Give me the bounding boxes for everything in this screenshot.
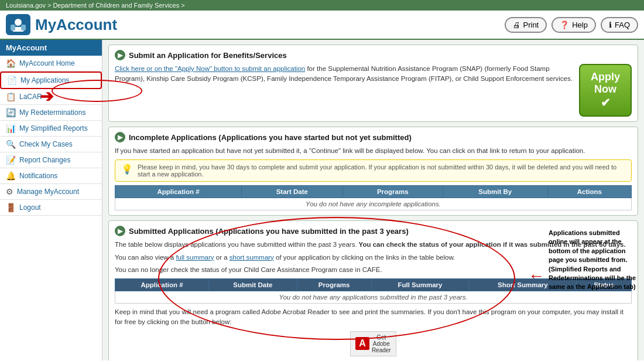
svg-rect-3 [11, 25, 15, 30]
sidebar-item-simplified-reports[interactable]: 📊 My Simplified Reports [0, 121, 102, 137]
sidebar-item-notifications-label: Notifications [19, 172, 57, 180]
apply-checkmark-icon: ✔ [590, 96, 621, 110]
sidebar-item-simplified-reports-label: My Simplified Reports [19, 124, 88, 132]
warning-icon: 💡 [121, 164, 133, 175]
logo-text: MyAccount [35, 16, 117, 34]
warning-text: Please keep in mind, you have 30 days to… [138, 164, 625, 178]
faq-icon: ℹ [609, 21, 612, 29]
col-submit-date: Submit Date [208, 279, 297, 291]
submit-section-icon: ▶ [115, 50, 125, 60]
col-full-summary: Full Summary [371, 279, 469, 291]
col-app-num: Application # [115, 279, 209, 291]
breadcrumb: Louisiana.gov > Department of Children a… [0, 0, 644, 11]
submitted-section-icon: ▶ [115, 226, 125, 236]
logo-icon [6, 14, 30, 35]
col-app-num: Application # [115, 186, 242, 198]
header: MyAccount 🖨 Print ❓ Help ℹ FAQ [0, 11, 644, 40]
incomplete-applications-table: Application # Start Date Programs Submit… [115, 185, 632, 210]
submit-section-header: ▶ Submit an Application for Benefits/Ser… [115, 50, 632, 60]
col-actions: Actions [547, 186, 631, 198]
svg-rect-4 [21, 25, 26, 30]
sidebar-item-check-my-cases[interactable]: 🔍 Check My Cases [0, 137, 102, 152]
sidebar-item-manage-myaccount[interactable]: ⚙ Manage MyAccount [0, 184, 102, 200]
home-icon: 🏠 [6, 59, 16, 68]
content-area: ▶ Submit an Application for Benefits/Ser… [102, 40, 644, 360]
sidebar-item-redeterminations[interactable]: 🔄 My Redeterminations [0, 105, 102, 121]
adobe-red-icon: A [355, 337, 369, 350]
sidebar-item-report-changes-label: Report Changes [19, 156, 70, 164]
main-layout: MyAccount 🏠 MyAccount Home 📄 My Applicat… [0, 40, 644, 360]
lacar-icon: 📋 [6, 92, 16, 101]
submit-section-body: Click here or on the "Apply Now" button … [115, 64, 573, 84]
empty-message: You do not have any incomplete applicati… [115, 198, 632, 210]
manage-icon: ⚙ [6, 187, 13, 196]
help-button[interactable]: ❓ Help [551, 17, 596, 33]
notifications-icon: 🔔 [6, 171, 16, 181]
submit-application-section: ▶ Submit an Application for Benefits/Ser… [108, 45, 638, 122]
sidebar-item-logout[interactable]: 🚪 Logout [0, 200, 102, 216]
col-submit-by: Submit By [443, 186, 547, 198]
redeterminations-icon: 🔄 [6, 108, 16, 117]
header-buttons: 🖨 Print ❓ Help ℹ FAQ [505, 17, 639, 33]
right-arrow-icon: ← [528, 267, 544, 285]
sidebar-item-manage-label: Manage MyAccount [17, 188, 79, 196]
sidebar-arrow: ➔ [40, 87, 53, 106]
sidebar-item-myaccount-home-label: MyAccount Home [19, 59, 75, 67]
sidebar-item-redeterminations-label: My Redeterminations [19, 108, 85, 117]
incomplete-section-description: If you have started an application but h… [115, 146, 632, 156]
check-cases-icon: 🔍 [6, 140, 16, 149]
report-changes-icon: 📝 [6, 155, 16, 165]
incomplete-section-icon: ▶ [115, 132, 125, 142]
adobe-label: GetAdobeReader [372, 334, 391, 353]
submitted-section-title: Submitted Applications (Applications you… [129, 227, 409, 236]
sidebar-title: MyAccount [0, 40, 102, 56]
submitted-footer: Keep in mind that you will need a progra… [115, 307, 632, 328]
warning-box: 💡 Please keep in mind, you have 30 days … [115, 159, 632, 182]
sidebar-item-report-changes[interactable]: 📝 Report Changes [0, 152, 102, 168]
col-programs: Programs [342, 186, 443, 198]
sidebar-item-lacar-label: LaCAR [19, 93, 42, 101]
print-button[interactable]: 🖨 Print [505, 17, 547, 33]
applications-icon: 📄 [7, 76, 17, 85]
sidebar-item-my-applications-label: My Applications [20, 76, 69, 84]
svg-point-1 [15, 19, 22, 26]
col-programs: Programs [297, 279, 371, 291]
adobe-section: A GetAdobeReader [115, 331, 632, 356]
sidebar-item-logout-label: Logout [19, 203, 41, 212]
apply-now-text: ApplyNow [590, 71, 621, 96]
print-icon: 🖨 [513, 21, 520, 29]
submitted-empty-message: You do not have any applications submitt… [115, 291, 632, 304]
apply-now-link[interactable]: Click here or on the "Apply Now" button … [115, 65, 305, 72]
sidebar-item-check-my-cases-label: Check My Cases [19, 140, 73, 148]
right-annotation: Applications submitted online will appea… [549, 229, 639, 292]
col-start-date: Start Date [241, 186, 342, 198]
adobe-logo: A GetAdobeReader [355, 334, 390, 353]
submit-section-title: Submit an Application for Benefits/Servi… [129, 51, 287, 60]
sidebar-item-notifications[interactable]: 🔔 Notifications [0, 168, 102, 184]
help-icon: ❓ [560, 21, 569, 29]
incomplete-applications-section: ▶ Incomplete Applications (Applications … [108, 127, 638, 216]
table-row: You do not have any applications submitt… [115, 291, 632, 304]
full-summary-link[interactable]: full summary [176, 254, 214, 261]
faq-button[interactable]: ℹ FAQ [601, 17, 638, 33]
simplified-reports-icon: 📊 [6, 124, 16, 133]
short-summary-link[interactable]: short summary [229, 254, 274, 261]
incomplete-section-header: ▶ Incomplete Applications (Applications … [115, 132, 632, 142]
apply-now-button[interactable]: ApplyNow ✔ [579, 64, 632, 117]
sidebar-item-myaccount-home[interactable]: 🏠 MyAccount Home [0, 56, 102, 72]
incomplete-section-title: Incomplete Applications (Applications yo… [129, 133, 412, 142]
logo-area: MyAccount [6, 14, 117, 35]
adobe-download-button[interactable]: A GetAdobeReader [350, 331, 396, 356]
logout-icon: 🚪 [6, 203, 16, 212]
table-row: You do not have any incomplete applicati… [115, 198, 632, 210]
